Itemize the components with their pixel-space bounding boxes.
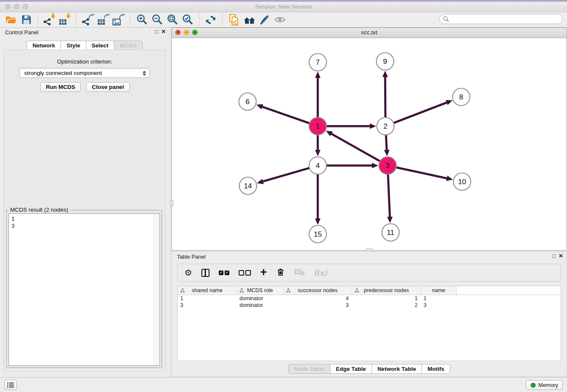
export-table-icon[interactable] — [96, 13, 111, 27]
show-hide-panel-eye-icon[interactable] — [272, 13, 287, 27]
add-column-icon[interactable]: + — [260, 268, 267, 277]
column-label: predecessor nodes — [364, 287, 409, 293]
tab-mcds[interactable]: MCDS — [114, 41, 143, 50]
import-table-icon[interactable] — [57, 13, 72, 27]
column-header-successor-nodes[interactable]: successor nodes — [284, 286, 352, 295]
table-row[interactable]: 3dominator323 — [178, 302, 561, 309]
select-all-rows-icon[interactable]: ✓✓ — [219, 271, 229, 275]
import-network-icon[interactable] — [42, 13, 57, 27]
graph-node-3[interactable]: 3 — [379, 157, 396, 174]
table-tab-motifs[interactable]: Motifs — [421, 364, 450, 374]
float-icon[interactable]: □ — [552, 253, 556, 259]
cell-successor-nodes[interactable]: 3 — [284, 302, 352, 309]
cell-mcds-role[interactable]: dominator — [237, 302, 284, 309]
zoom-fit-icon[interactable] — [165, 13, 180, 27]
graph-node-9[interactable]: 9 — [377, 53, 394, 70]
tab-network[interactable]: Network — [27, 41, 61, 50]
close-icon[interactable]: ✕ — [559, 253, 563, 259]
graph-edge-3-11[interactable] — [387, 174, 393, 223]
deselect-all-rows-icon[interactable] — [239, 270, 251, 276]
graph-edge-4-14[interactable] — [257, 168, 309, 184]
graph-edge-2-3[interactable] — [384, 135, 390, 156]
column-header-predecessor-nodes[interactable]: predecessor nodes — [352, 286, 421, 295]
graph-edge-1-7[interactable] — [315, 72, 321, 117]
memory-button[interactable]: Memory — [526, 380, 563, 390]
column-header-mcds-role[interactable]: MCDS role — [237, 286, 284, 295]
graph-edge-2-9[interactable] — [383, 71, 388, 117]
table-options-icon[interactable]: ⚙ — [184, 268, 192, 277]
cell-name[interactable]: 3 — [421, 302, 457, 309]
search-field[interactable] — [439, 14, 563, 24]
toggle-graphics-details-icon[interactable] — [257, 13, 272, 27]
graph-node-1[interactable]: 1 — [309, 118, 327, 135]
tab-select[interactable]: Select — [86, 41, 115, 50]
graph-edge-1-2[interactable] — [327, 124, 376, 129]
graph-edge-3-1[interactable] — [326, 131, 380, 161]
table-tab-edge-table[interactable]: Edge Table — [330, 364, 372, 374]
graph-node-14[interactable]: 14 — [239, 177, 257, 195]
result-line: 3 — [11, 222, 151, 229]
graph-node-11[interactable]: 11 — [382, 224, 399, 241]
zoom-selected-icon[interactable] — [180, 13, 195, 27]
zoom-in-icon[interactable] — [134, 13, 149, 27]
graph-edge-4-15[interactable] — [315, 174, 321, 225]
control-panel-title: Control Panel — [5, 29, 39, 36]
cell-predecessor-nodes[interactable]: 2 — [352, 302, 421, 309]
network-canvas[interactable]: 7968124314101511 — [172, 38, 567, 250]
network-window-title: scc.txt — [172, 29, 567, 36]
close-icon[interactable]: ✕ — [161, 28, 166, 35]
apply-layout-refresh-icon[interactable] — [203, 13, 218, 27]
delete-table-icon[interactable] — [294, 268, 305, 277]
svg-text:15: 15 — [314, 230, 322, 238]
search-input[interactable] — [449, 16, 562, 23]
graph-node-4[interactable]: 4 — [309, 157, 327, 174]
graph-edge-1-6[interactable] — [256, 104, 309, 123]
network-view-window: × – + scc.txt 7968124314101511 — [171, 28, 567, 251]
node-table: shared nameMCDS rolesuccessor nodesprede… — [177, 286, 561, 361]
nested-networks-icon[interactable] — [242, 13, 257, 27]
close-panel-button[interactable]: Close panel — [86, 82, 130, 92]
criterion-dropdown[interactable]: strongly connected component — [19, 68, 150, 78]
graph-edge-3-10[interactable] — [396, 167, 453, 181]
run-mcds-button[interactable]: Run MCDS — [40, 82, 81, 92]
open-session-icon[interactable] — [3, 13, 19, 27]
graph-node-15[interactable]: 15 — [309, 226, 327, 243]
memory-status-icon — [531, 383, 536, 388]
show-columns-icon[interactable] — [201, 269, 209, 277]
cell-name[interactable]: 1 — [421, 295, 457, 302]
splitter-handle-left[interactable] — [170, 200, 173, 207]
graph-edge-4-3[interactable] — [327, 163, 378, 168]
cell-mcds-role[interactable]: dominator — [237, 295, 284, 302]
graph-node-2[interactable]: 2 — [377, 118, 394, 135]
graph-node-7[interactable]: 7 — [309, 54, 327, 71]
column-header-name[interactable]: name — [421, 286, 457, 295]
tab-style[interactable]: Style — [61, 41, 86, 50]
zoom-out-icon[interactable] — [149, 13, 165, 27]
table-row[interactable]: 1dominator411 — [178, 295, 561, 302]
cell-shared-name[interactable]: 1 — [178, 295, 237, 302]
graph-edge-2-8[interactable] — [394, 100, 453, 123]
graph-node-10[interactable]: 10 — [454, 173, 471, 190]
export-network-icon[interactable] — [80, 13, 96, 27]
graph-node-6[interactable]: 6 — [239, 93, 256, 110]
cell-shared-name[interactable]: 3 — [178, 302, 237, 309]
clone-network-icon[interactable] — [226, 13, 242, 27]
column-type-icon — [239, 288, 244, 294]
cell-predecessor-nodes[interactable]: 1 — [352, 295, 421, 302]
result-scrollbar[interactable] — [154, 214, 160, 365]
column-label: successor nodes — [298, 287, 338, 293]
table-body: 1dominator4113dominator323 — [178, 295, 561, 309]
column-header-shared-name[interactable]: shared name — [178, 286, 237, 295]
save-session-icon[interactable] — [19, 13, 34, 27]
svg-text:7: 7 — [316, 58, 319, 66]
cell-successor-nodes[interactable]: 4 — [284, 295, 352, 302]
delete-columns-icon[interactable] — [276, 268, 285, 278]
float-icon[interactable]: □ — [155, 28, 158, 35]
graph-edge-1-4[interactable] — [315, 135, 321, 156]
table-tab-network-table[interactable]: Network Table — [372, 364, 422, 374]
task-history-button[interactable] — [4, 380, 17, 390]
graph-node-8[interactable]: 8 — [453, 88, 470, 106]
export-image-icon[interactable] — [111, 13, 126, 27]
table-tab-node-table[interactable]: Node Table — [288, 364, 330, 374]
mcds-result-box[interactable]: 13 — [8, 213, 160, 366]
